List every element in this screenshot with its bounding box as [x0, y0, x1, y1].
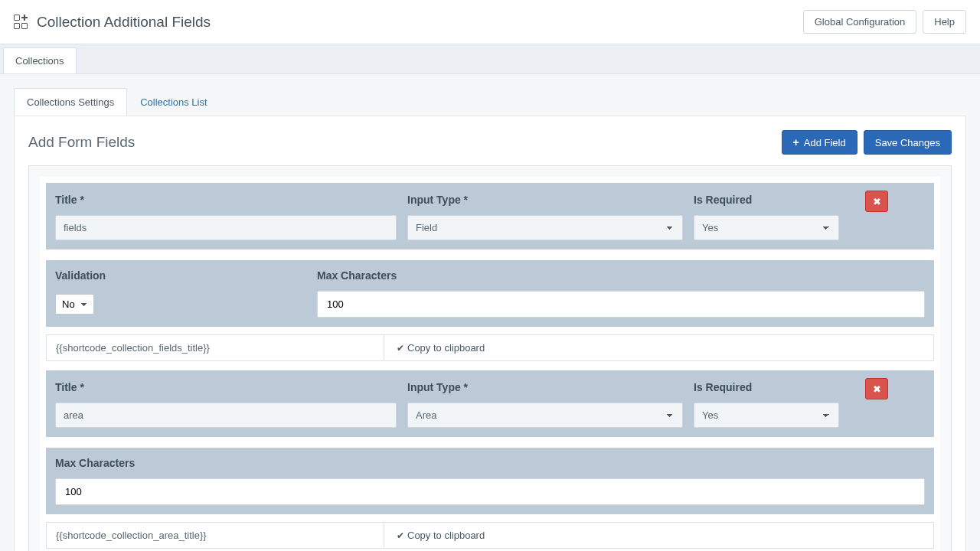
field-title-input[interactable]: [55, 215, 397, 240]
label-input-type: Input Type *: [407, 381, 683, 393]
max-chars-input[interactable]: [317, 291, 925, 318]
panel-title: Add Form Fields: [28, 134, 135, 151]
plus-icon: +: [793, 136, 799, 148]
label-is-required: Is Required: [694, 194, 839, 206]
label-validation: Validation: [55, 269, 306, 282]
tab-collections-settings[interactable]: Collections Settings: [14, 88, 127, 116]
add-field-label: Add Field: [804, 137, 846, 148]
app-icon: [14, 15, 29, 30]
copy-clipboard-button[interactable]: ✔ Copy to clipboard: [384, 523, 497, 548]
check-icon: ✔: [397, 530, 404, 541]
topbar: Collection Additional Fields Global Conf…: [0, 0, 980, 44]
main-panel: Add Form Fields + Add Field Save Changes…: [14, 116, 966, 551]
field-type-select[interactable]: Field: [407, 215, 683, 240]
field-title-input[interactable]: [55, 403, 397, 428]
shortcode-row: ✔ Copy to clipboard: [46, 334, 934, 361]
label-input-type: Input Type *: [407, 194, 683, 206]
field-block: Title * Input Type * Area Is Required: [46, 370, 934, 549]
help-button[interactable]: Help: [923, 10, 966, 34]
copy-label: Copy to clipboard: [407, 530, 485, 541]
panel-header: Add Form Fields + Add Field Save Changes: [28, 130, 952, 155]
topbar-actions: Global Configuration Help: [803, 10, 966, 34]
max-chars-input[interactable]: [55, 478, 925, 505]
add-field-button[interactable]: + Add Field: [782, 130, 858, 155]
close-icon: ✖: [873, 196, 881, 207]
save-changes-button[interactable]: Save Changes: [864, 130, 952, 155]
tab-collections[interactable]: Collections: [3, 47, 77, 73]
secondary-tabs: Collections Settings Collections List: [14, 88, 966, 116]
primary-tabs: Collections: [0, 44, 980, 74]
label-is-required: Is Required: [694, 381, 839, 393]
form-fields-area: Title * Input Type * Field Is Required: [28, 165, 952, 551]
delete-field-button[interactable]: ✖: [865, 378, 888, 399]
topbar-left: Collection Additional Fields: [14, 14, 211, 31]
label-title: Title *: [55, 194, 397, 206]
global-config-button[interactable]: Global Configuration: [803, 10, 917, 34]
copy-label: Copy to clipboard: [407, 342, 485, 354]
label-max-chars: Max Characters: [55, 457, 925, 469]
tab-collections-list[interactable]: Collections List: [127, 88, 220, 116]
validation-select[interactable]: No: [55, 294, 94, 315]
field-block: Title * Input Type * Field Is Required: [46, 183, 934, 361]
check-icon: ✔: [397, 343, 404, 354]
close-icon: ✖: [873, 383, 881, 395]
shortcode-input[interactable]: [47, 335, 384, 360]
field-type-select[interactable]: Area: [407, 403, 683, 428]
shortcode-input[interactable]: [47, 523, 384, 548]
label-title: Title *: [55, 381, 397, 393]
copy-clipboard-button[interactable]: ✔ Copy to clipboard: [384, 335, 497, 360]
field-required-select[interactable]: Yes: [694, 215, 839, 240]
shortcode-row: ✔ Copy to clipboard: [46, 522, 934, 549]
field-required-select[interactable]: Yes: [694, 403, 839, 428]
delete-field-button[interactable]: ✖: [865, 191, 888, 212]
label-max-chars: Max Characters: [317, 269, 925, 282]
page-title: Collection Additional Fields: [37, 14, 211, 31]
